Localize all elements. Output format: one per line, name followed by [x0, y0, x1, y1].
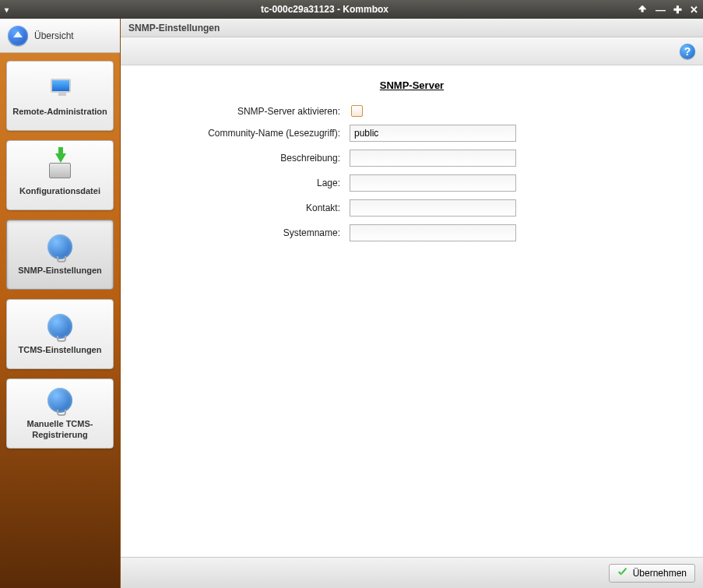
sidebar-item-label: TCMS-Einstellungen: [19, 345, 102, 356]
checkbox-activate[interactable]: [351, 105, 363, 117]
window-maximize-icon[interactable]: ✚: [673, 4, 682, 16]
sidebar-item-configfile[interactable]: Konfigurationsdatei: [6, 140, 114, 210]
apply-button-label: Übernehmen: [633, 568, 687, 579]
window-title: tc-000c29a31123 - Kommbox: [12, 4, 638, 15]
window-controls: 🠝 — ✚ ✕: [638, 4, 698, 16]
sidebar-item-manual-tcms-registration[interactable]: Manuelle TCMS-Registrierung: [6, 379, 114, 449]
window-close-icon[interactable]: ✕: [690, 4, 698, 16]
input-community[interactable]: [350, 125, 516, 142]
window-ontop-icon[interactable]: 🠝: [638, 4, 648, 16]
download-disk-icon: [44, 153, 76, 181]
app-menu-icon[interactable]: ▾: [5, 5, 9, 14]
label-location: Lage:: [139, 178, 350, 188]
home-icon: [8, 26, 28, 46]
row-description: Beschreibung:: [139, 150, 684, 167]
window-titlebar: ▾ tc-000c29a31123 - Kommbox 🠝 — ✚ ✕: [0, 0, 703, 19]
sidebar-item-label: Remote-Administration: [12, 107, 107, 118]
sidebar-overview-label: Übersicht: [34, 30, 74, 41]
monitor-icon: [44, 74, 76, 102]
label-community: Community-Name (Lesezugriff):: [139, 128, 350, 139]
sidebar: Übersicht Remote-Administration Konfigur…: [0, 19, 121, 588]
section-title: SNMP-Server: [139, 79, 684, 91]
main-panel: SNMP-Einstellungen ? SNMP-Server SNMP-Se…: [121, 19, 703, 588]
row-community: Community-Name (Lesezugriff):: [139, 125, 684, 142]
panel-header: SNMP-Einstellungen: [121, 19, 703, 37]
row-activate: SNMP-Server aktivieren:: [139, 105, 684, 117]
globe-network-icon: [44, 312, 76, 340]
sidebar-item-label: Konfigurationsdatei: [19, 186, 100, 197]
help-icon[interactable]: ?: [680, 44, 695, 59]
sidebar-item-remote-administration[interactable]: Remote-Administration: [6, 61, 114, 131]
input-description[interactable]: [350, 150, 516, 167]
sidebar-item-label: SNMP-Einstellungen: [18, 266, 102, 276]
content-area: SNMP-Server SNMP-Server aktivieren: Comm…: [121, 65, 703, 557]
globe-network-icon: [44, 233, 76, 261]
row-location: Lage:: [139, 174, 684, 192]
app-root: Übersicht Remote-Administration Konfigur…: [0, 19, 703, 588]
footer: Übernehmen: [121, 557, 703, 588]
window-minimize-icon[interactable]: —: [656, 4, 666, 16]
label-sysname: Systemname:: [139, 227, 350, 238]
input-contact[interactable]: [350, 199, 516, 217]
row-contact: Kontakt:: [139, 199, 684, 217]
label-contact: Kontakt:: [139, 202, 350, 213]
label-description: Beschreibung:: [139, 153, 350, 164]
sidebar-nav: Remote-Administration Konfigurationsdate…: [0, 53, 120, 456]
apply-button[interactable]: Übernehmen: [609, 564, 695, 583]
row-sysname: Systemname:: [139, 224, 684, 241]
toolbar: ?: [121, 37, 703, 65]
panel-title: SNMP-Einstellungen: [128, 23, 220, 33]
sidebar-item-snmp-settings[interactable]: SNMP-Einstellungen: [6, 220, 114, 290]
globe-network-icon: [44, 386, 76, 414]
input-location[interactable]: [350, 174, 516, 192]
label-activate: SNMP-Server aktivieren:: [139, 106, 350, 117]
checkmark-icon: [617, 568, 628, 579]
sidebar-item-label: Manuelle TCMS-Registrierung: [10, 419, 110, 441]
sidebar-item-tcms-settings[interactable]: TCMS-Einstellungen: [6, 299, 114, 369]
sidebar-overview[interactable]: Übersicht: [0, 19, 120, 53]
input-sysname[interactable]: [350, 224, 516, 241]
